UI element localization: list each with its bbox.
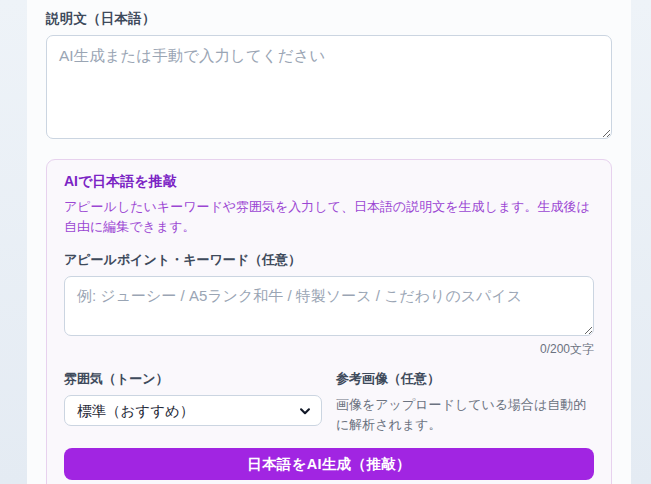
keyword-textarea[interactable] [64,276,594,336]
description-field-label: 説明文（日本語） [46,10,612,28]
reference-image-help: 画像をアップロードしている場合は自動的に解析されます。 [336,395,594,434]
description-textarea[interactable] [46,35,612,139]
generate-japanese-button[interactable]: 日本語をAI生成（推敲） [64,448,594,480]
reference-image-label: 参考画像（任意） [336,370,594,388]
tone-field-label: 雰囲気（トーン） [64,370,322,388]
tone-column: 雰囲気（トーン） 標準（おすすめ） [64,370,322,426]
ai-card-title: AIで日本語を推敲 [64,173,594,191]
tone-and-reference-row: 雰囲気（トーン） 標準（おすすめ） 参考画像（任意） 画像をアップロードしている… [64,370,594,434]
ai-refine-card: AIで日本語を推敲 アピールしたいキーワードや雰囲気を入力して、日本語の説明文を… [46,159,612,484]
ai-card-description: アピールしたいキーワードや雰囲気を入力して、日本語の説明文を生成します。生成後は… [64,197,594,237]
tone-select[interactable]: 標準（おすすめ） [64,395,322,426]
character-counter: 0/200文字 [64,341,594,358]
form-panel: 説明文（日本語） AIで日本語を推敲 アピールしたいキーワードや雰囲気を入力して… [27,0,631,484]
tone-select-wrapper: 標準（おすすめ） [64,395,322,426]
keyword-field-label: アピールポイント・キーワード（任意） [64,251,594,269]
reference-image-column: 参考画像（任意） 画像をアップロードしている場合は自動的に解析されます。 [336,370,594,434]
